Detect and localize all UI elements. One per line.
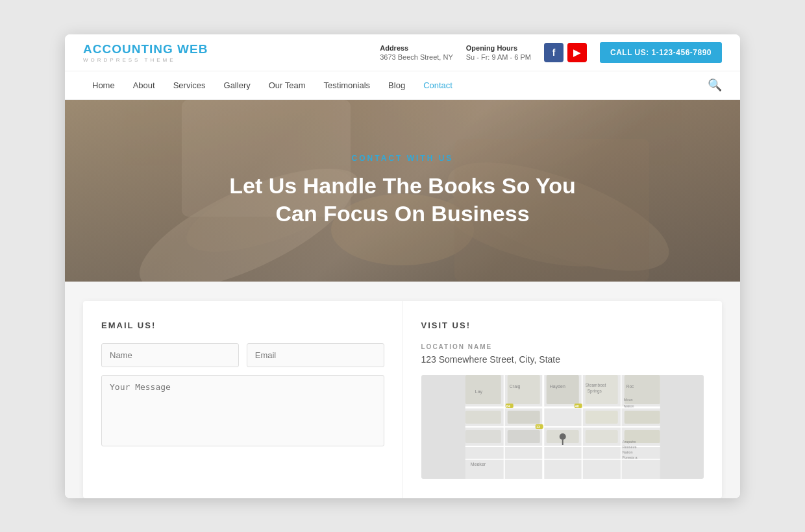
logo-main: ACCOUNTING [83, 42, 177, 56]
nav-about[interactable]: About [124, 71, 164, 99]
nav-testimonials[interactable]: Testimonials [315, 71, 380, 99]
name-input[interactable] [101, 343, 239, 367]
logo-accent: WEB [177, 42, 208, 56]
nav-services[interactable]: Services [164, 71, 215, 99]
hero-content: CONTACT WITH US Let Us Handle The Books … [227, 154, 578, 227]
svg-text:Meeker: Meeker [470, 462, 486, 466]
svg-text:13: 13 [536, 425, 539, 429]
svg-text:Craig: Craig [509, 384, 520, 389]
message-textarea[interactable] [101, 375, 384, 446]
social-icons: f ▶ [544, 43, 587, 62]
form-name-email-row [101, 343, 384, 367]
nav-gallery[interactable]: Gallery [215, 71, 260, 99]
svg-text:Nation: Nation [622, 450, 632, 454]
hours-value: Su - Fr: 9 AM - 6 PM [466, 53, 531, 61]
logo: ACCOUNTING WEB WORDPRESS THEME [83, 42, 208, 63]
svg-text:Forests a: Forests a [622, 455, 638, 459]
svg-text:Hayden: Hayden [549, 384, 565, 389]
facebook-icon[interactable]: f [544, 43, 564, 62]
svg-rect-24 [624, 411, 660, 424]
svg-point-49 [559, 433, 565, 440]
nav-contact[interactable]: Contact [414, 71, 462, 99]
svg-rect-17 [507, 375, 539, 404]
svg-text:Roc: Roc [626, 384, 634, 389]
location-label: LOCATION NAME [421, 343, 704, 350]
svg-rect-21 [465, 411, 501, 424]
svg-text:Arapaho: Arapaho [622, 440, 636, 444]
address-block: Address 3673 Beech Street, NY [380, 44, 453, 61]
hours-block: Opening Hours Su - Fr: 9 AM - 6 PM [466, 44, 531, 61]
nav-ourteam[interactable]: Our Team [260, 71, 315, 99]
nav-links: Home About Services Gallery Our Team Tes… [83, 71, 462, 99]
hours-label: Opening Hours [466, 44, 531, 52]
nav-bar: Home About Services Gallery Our Team Tes… [65, 71, 740, 100]
hero-subtitle: CONTACT WITH US [227, 154, 578, 163]
address-label: Address [380, 44, 453, 52]
logo-sub: WORDPRESS THEME [83, 57, 208, 63]
location-address: 123 Somewhere Street, City, State [421, 354, 704, 365]
visit-section: VISIT US! LOCATION NAME 123 Somewhere St… [403, 301, 723, 498]
svg-text:Moun: Moun [623, 398, 632, 402]
svg-text:40: 40 [575, 404, 578, 408]
svg-text:Lay: Lay [475, 389, 482, 394]
svg-text:Nation: Nation [623, 404, 634, 408]
email-section-heading: EMAIL US! [101, 320, 384, 330]
hero-title: Let Us Handle The Books So You Can Focus… [227, 172, 578, 227]
svg-rect-18 [546, 375, 578, 404]
email-input[interactable] [247, 343, 384, 367]
svg-rect-23 [585, 411, 617, 424]
contact-card: EMAIL US! VISIT US! LOCATION NAME 123 So… [83, 301, 722, 498]
address-value: 3673 Beech Street, NY [380, 53, 453, 61]
svg-text:64: 64 [506, 404, 510, 408]
svg-text:Steamboat: Steamboat [585, 383, 606, 387]
content-section: EMAIL US! VISIT US! LOCATION NAME 123 So… [65, 282, 740, 498]
hero-section: CONTACT WITH US Let Us Handle The Books … [65, 100, 740, 282]
logo-text: ACCOUNTING WEB [83, 42, 208, 56]
svg-text:Rooseve: Rooseve [622, 445, 636, 449]
svg-rect-26 [507, 430, 539, 443]
nav-blog[interactable]: Blog [379, 71, 414, 99]
svg-rect-22 [507, 411, 539, 424]
svg-rect-28 [585, 430, 617, 443]
youtube-icon[interactable]: ▶ [567, 43, 587, 62]
nav-home[interactable]: Home [83, 71, 124, 99]
svg-rect-25 [465, 430, 501, 443]
call-button[interactable]: CALL US: 1-123-456-7890 [600, 42, 722, 63]
map-svg: Lay Craig Hayden Steamboat Springs Roc M… [421, 375, 704, 479]
top-bar-right: Address 3673 Beech Street, NY Opening Ho… [380, 42, 722, 63]
search-icon[interactable]: 🔍 [708, 78, 722, 92]
svg-rect-16 [465, 375, 501, 404]
browser-window: ACCOUNTING WEB WORDPRESS THEME Address 3… [65, 34, 740, 498]
svg-text:Springs: Springs [587, 389, 602, 394]
visit-section-heading: VISIT US! [421, 320, 704, 330]
map-container: Lay Craig Hayden Steamboat Springs Roc M… [421, 375, 704, 479]
top-bar: ACCOUNTING WEB WORDPRESS THEME Address 3… [65, 34, 740, 71]
email-form-section: EMAIL US! [83, 301, 403, 498]
